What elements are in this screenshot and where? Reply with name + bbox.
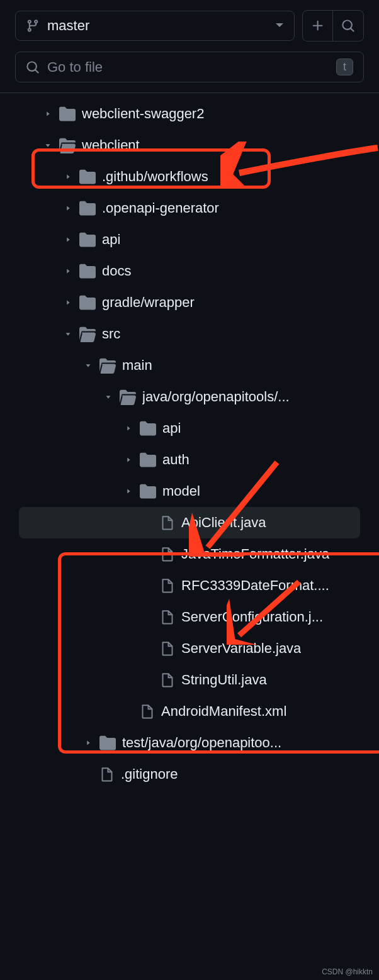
- folder-icon: [79, 200, 96, 216]
- chevron-right-icon[interactable]: [60, 235, 76, 244]
- file-icon: [99, 767, 115, 782]
- search-icon: [26, 60, 40, 74]
- tree-item[interactable]: auth: [0, 444, 379, 476]
- tree-item-label: model: [162, 483, 200, 499]
- file-icon: [140, 704, 155, 719]
- file-tree: webclient-swagger2webclient.github/workf…: [0, 92, 379, 795]
- add-button[interactable]: [303, 11, 333, 41]
- tree-item[interactable]: ApiClient.java: [19, 507, 360, 538]
- folder-icon: [99, 735, 116, 751]
- folder-icon: [79, 294, 96, 311]
- chevron-down-icon[interactable]: [40, 141, 55, 150]
- tree-item[interactable]: StringUtil.java: [0, 664, 379, 696]
- folder-icon: [79, 231, 96, 248]
- chevron-down-icon[interactable]: [60, 330, 76, 338]
- tree-item-label: JavaTimeFormatter.java: [181, 546, 329, 562]
- folder-icon: [140, 483, 156, 499]
- watermark: CSDN @hikktn: [322, 967, 373, 976]
- folder-icon: [140, 420, 156, 437]
- branch-selector[interactable]: master: [15, 11, 295, 41]
- tree-item[interactable]: webclient: [0, 130, 379, 161]
- chevron-right-icon[interactable]: [60, 172, 76, 181]
- chevron-right-icon[interactable]: [60, 267, 76, 276]
- tree-item[interactable]: webclient-swagger2: [0, 98, 379, 130]
- tree-item-label: gradle/wrapper: [102, 294, 195, 311]
- folder-open-icon: [79, 326, 96, 342]
- kbd-hint: t: [336, 58, 353, 75]
- tree-item-label: java/org/openapitools/...: [142, 389, 290, 405]
- file-icon: [160, 610, 175, 625]
- chevron-right-icon[interactable]: [40, 109, 55, 118]
- file-search-input[interactable]: [47, 59, 329, 75]
- tree-item-label: StringUtil.java: [181, 672, 267, 688]
- tree-item[interactable]: RFC3339DateFormat....: [0, 570, 379, 601]
- tree-item-label: .gitignore: [121, 766, 178, 782]
- chevron-right-icon[interactable]: [81, 738, 96, 747]
- header-actions: [302, 10, 364, 42]
- tree-item[interactable]: src: [0, 318, 379, 350]
- tree-item-label: RFC3339DateFormat....: [181, 577, 329, 594]
- tree-item[interactable]: .gitignore: [0, 759, 379, 790]
- tree-item-label: webclient: [82, 137, 140, 153]
- file-icon: [160, 641, 175, 656]
- tree-item[interactable]: ServerConfiguration.j...: [0, 601, 379, 633]
- folder-open-icon: [120, 389, 136, 405]
- chevron-right-icon[interactable]: [60, 298, 76, 307]
- tree-item-label: auth: [162, 452, 190, 468]
- tree-item[interactable]: api: [0, 413, 379, 444]
- tree-item[interactable]: JavaTimeFormatter.java: [0, 538, 379, 570]
- tree-item[interactable]: AndroidManifest.xml: [0, 696, 379, 727]
- tree-item-label: .github/workflows: [102, 169, 208, 185]
- dropdown-icon: [275, 23, 284, 29]
- tree-item-label: main: [122, 357, 152, 374]
- tree-item[interactable]: main: [0, 350, 379, 381]
- tree-item[interactable]: docs: [0, 255, 379, 287]
- tree-item-label: AndroidManifest.xml: [161, 703, 286, 720]
- tree-item-label: ApiClient.java: [181, 515, 266, 531]
- tree-item-label: src: [102, 326, 120, 342]
- branch-name: master: [47, 18, 275, 34]
- tree-item[interactable]: .openapi-generator: [0, 192, 379, 224]
- tree-item-label: .openapi-generator: [102, 200, 219, 216]
- tree-item[interactable]: test/java/org/openapitoo...: [0, 727, 379, 759]
- tree-item[interactable]: java/org/openapitools/...: [0, 381, 379, 413]
- tree-item[interactable]: api: [0, 224, 379, 255]
- tree-item[interactable]: ServerVariable.java: [0, 633, 379, 664]
- tree-item-label: test/java/org/openapitoo...: [122, 735, 281, 751]
- chevron-down-icon[interactable]: [81, 361, 96, 370]
- tree-item-label: webclient-swagger2: [82, 106, 204, 122]
- folder-icon: [79, 169, 96, 185]
- file-icon: [160, 672, 175, 688]
- tree-item-label: docs: [102, 263, 131, 279]
- tree-item[interactable]: model: [0, 476, 379, 507]
- folder-icon: [140, 452, 156, 468]
- tree-item-label: ServerConfiguration.j...: [181, 609, 323, 625]
- chevron-down-icon[interactable]: [101, 393, 116, 401]
- folder-open-icon: [59, 137, 76, 153]
- tree-item-label: api: [102, 231, 120, 248]
- tree-item[interactable]: gradle/wrapper: [0, 287, 379, 318]
- file-icon: [160, 547, 175, 562]
- chevron-right-icon[interactable]: [121, 487, 136, 496]
- folder-open-icon: [99, 357, 116, 374]
- branch-icon: [26, 19, 40, 33]
- chevron-right-icon[interactable]: [60, 204, 76, 213]
- file-icon: [160, 515, 175, 530]
- tree-item-label: api: [162, 420, 181, 437]
- folder-icon: [79, 263, 96, 279]
- tree-item[interactable]: .github/workflows: [0, 161, 379, 192]
- chevron-right-icon[interactable]: [121, 455, 136, 464]
- file-search[interactable]: t: [15, 52, 364, 82]
- search-button[interactable]: [333, 11, 363, 41]
- tree-item-label: ServerVariable.java: [181, 640, 301, 657]
- file-icon: [160, 578, 175, 593]
- chevron-right-icon[interactable]: [121, 424, 136, 433]
- folder-icon: [59, 106, 76, 122]
